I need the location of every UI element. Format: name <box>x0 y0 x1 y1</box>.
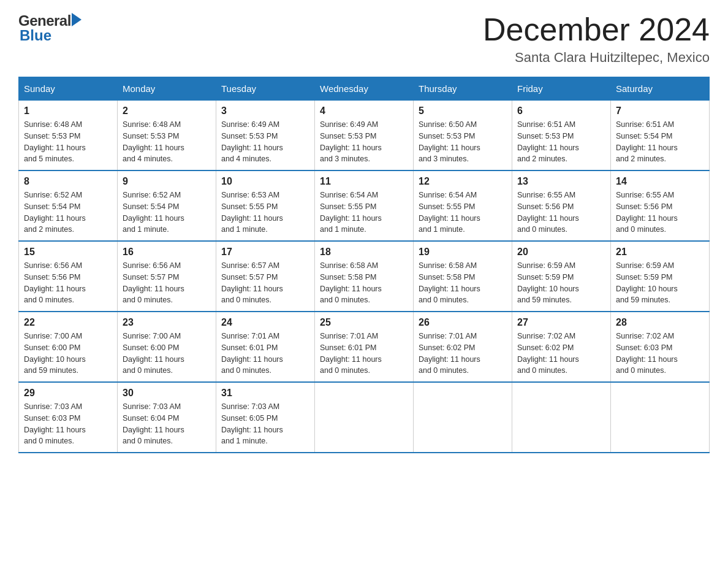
day-header-saturday: Saturday <box>611 77 710 101</box>
subtitle: Santa Clara Huitziltepec, Mexico <box>483 50 710 66</box>
day-info: Sunrise: 6:59 AMSunset: 5:59 PMDaylight:… <box>517 260 605 306</box>
day-info: Sunrise: 7:01 AMSunset: 6:02 PMDaylight:… <box>419 331 507 377</box>
day-number: 8 <box>24 176 112 187</box>
day-info: Sunrise: 7:00 AMSunset: 6:00 PMDaylight:… <box>24 331 112 377</box>
day-cell: 24Sunrise: 7:01 AMSunset: 6:01 PMDayligh… <box>216 312 315 382</box>
day-number: 19 <box>419 247 507 258</box>
day-number: 25 <box>320 317 408 328</box>
day-number: 27 <box>517 317 605 328</box>
day-info: Sunrise: 7:03 AMSunset: 6:04 PMDaylight:… <box>123 401 211 447</box>
day-info: Sunrise: 6:55 AMSunset: 5:56 PMDaylight:… <box>517 190 605 236</box>
day-cell: 8Sunrise: 6:52 AMSunset: 5:54 PMDaylight… <box>19 170 118 241</box>
day-header-thursday: Thursday <box>414 77 512 101</box>
day-info: Sunrise: 6:52 AMSunset: 5:54 PMDaylight:… <box>123 190 211 236</box>
page-title: December 2024 <box>483 12 710 47</box>
day-cell: 14Sunrise: 6:55 AMSunset: 5:56 PMDayligh… <box>611 170 710 241</box>
day-cell: 20Sunrise: 6:59 AMSunset: 5:59 PMDayligh… <box>512 241 611 312</box>
header-row: SundayMondayTuesdayWednesdayThursdayFrid… <box>19 77 710 101</box>
day-info: Sunrise: 7:01 AMSunset: 6:01 PMDaylight:… <box>320 331 408 377</box>
day-cell <box>414 382 512 453</box>
day-info: Sunrise: 6:53 AMSunset: 5:55 PMDaylight:… <box>221 190 309 236</box>
calendar-table: SundayMondayTuesdayWednesdayThursdayFrid… <box>18 77 710 453</box>
day-number: 12 <box>419 176 507 187</box>
day-number: 1 <box>24 105 112 117</box>
day-cell: 2Sunrise: 6:48 AMSunset: 5:53 PMDaylight… <box>118 101 216 171</box>
day-info: Sunrise: 7:02 AMSunset: 6:03 PMDaylight:… <box>616 331 704 377</box>
day-number: 28 <box>616 317 704 328</box>
day-cell: 17Sunrise: 6:57 AMSunset: 5:57 PMDayligh… <box>216 241 315 312</box>
day-cell: 5Sunrise: 6:50 AMSunset: 5:53 PMDaylight… <box>414 101 512 171</box>
day-cell: 19Sunrise: 6:58 AMSunset: 5:58 PMDayligh… <box>414 241 512 312</box>
day-number: 7 <box>616 105 704 117</box>
day-info: Sunrise: 6:52 AMSunset: 5:54 PMDaylight:… <box>24 190 112 236</box>
day-cell: 21Sunrise: 6:59 AMSunset: 5:59 PMDayligh… <box>611 241 710 312</box>
day-number: 21 <box>616 247 704 258</box>
day-cell: 4Sunrise: 6:49 AMSunset: 5:53 PMDaylight… <box>315 101 414 171</box>
day-cell: 26Sunrise: 7:01 AMSunset: 6:02 PMDayligh… <box>414 312 512 382</box>
day-info: Sunrise: 6:50 AMSunset: 5:53 PMDaylight:… <box>419 119 507 165</box>
day-cell: 12Sunrise: 6:54 AMSunset: 5:55 PMDayligh… <box>414 170 512 241</box>
day-info: Sunrise: 6:56 AMSunset: 5:56 PMDaylight:… <box>24 260 112 306</box>
day-cell: 31Sunrise: 7:03 AMSunset: 6:05 PMDayligh… <box>216 382 315 453</box>
logo: General Blue <box>18 12 82 44</box>
day-number: 16 <box>123 247 211 258</box>
day-info: Sunrise: 6:58 AMSunset: 5:58 PMDaylight:… <box>320 260 408 306</box>
week-row-4: 22Sunrise: 7:00 AMSunset: 6:00 PMDayligh… <box>19 312 710 382</box>
day-info: Sunrise: 6:54 AMSunset: 5:55 PMDaylight:… <box>320 190 408 236</box>
week-row-5: 29Sunrise: 7:03 AMSunset: 6:03 PMDayligh… <box>19 382 710 453</box>
day-number: 29 <box>24 388 112 399</box>
day-number: 4 <box>320 105 408 117</box>
day-info: Sunrise: 7:02 AMSunset: 6:02 PMDaylight:… <box>517 331 605 377</box>
day-cell: 28Sunrise: 7:02 AMSunset: 6:03 PMDayligh… <box>611 312 710 382</box>
week-row-1: 1Sunrise: 6:48 AMSunset: 5:53 PMDaylight… <box>19 101 710 171</box>
day-cell: 9Sunrise: 6:52 AMSunset: 5:54 PMDaylight… <box>118 170 216 241</box>
day-number: 26 <box>419 317 507 328</box>
day-cell: 23Sunrise: 7:00 AMSunset: 6:00 PMDayligh… <box>118 312 216 382</box>
day-cell: 22Sunrise: 7:00 AMSunset: 6:00 PMDayligh… <box>19 312 118 382</box>
day-header-sunday: Sunday <box>19 77 118 101</box>
day-number: 9 <box>123 176 211 187</box>
day-info: Sunrise: 7:03 AMSunset: 6:03 PMDaylight:… <box>24 401 112 447</box>
day-cell: 30Sunrise: 7:03 AMSunset: 6:04 PMDayligh… <box>118 382 216 453</box>
day-number: 17 <box>221 247 309 258</box>
week-row-2: 8Sunrise: 6:52 AMSunset: 5:54 PMDaylight… <box>19 170 710 241</box>
day-header-friday: Friday <box>512 77 611 101</box>
day-number: 11 <box>320 176 408 187</box>
day-cell: 13Sunrise: 6:55 AMSunset: 5:56 PMDayligh… <box>512 170 611 241</box>
day-info: Sunrise: 6:49 AMSunset: 5:53 PMDaylight:… <box>320 119 408 165</box>
day-info: Sunrise: 6:48 AMSunset: 5:53 PMDaylight:… <box>123 119 211 165</box>
day-info: Sunrise: 7:01 AMSunset: 6:01 PMDaylight:… <box>221 331 309 377</box>
day-cell: 7Sunrise: 6:51 AMSunset: 5:54 PMDaylight… <box>611 101 710 171</box>
day-number: 20 <box>517 247 605 258</box>
day-cell: 25Sunrise: 7:01 AMSunset: 6:01 PMDayligh… <box>315 312 414 382</box>
logo-blue-text: Blue <box>20 27 51 44</box>
title-area: December 2024 Santa Clara Huitziltepec, … <box>483 12 710 66</box>
day-info: Sunrise: 6:59 AMSunset: 5:59 PMDaylight:… <box>616 260 704 306</box>
day-info: Sunrise: 6:58 AMSunset: 5:58 PMDaylight:… <box>419 260 507 306</box>
day-cell: 11Sunrise: 6:54 AMSunset: 5:55 PMDayligh… <box>315 170 414 241</box>
day-cell: 29Sunrise: 7:03 AMSunset: 6:03 PMDayligh… <box>19 382 118 453</box>
day-cell <box>512 382 611 453</box>
day-number: 30 <box>123 388 211 399</box>
day-number: 3 <box>221 105 309 117</box>
day-number: 18 <box>320 247 408 258</box>
day-header-wednesday: Wednesday <box>315 77 414 101</box>
day-cell <box>611 382 710 453</box>
day-info: Sunrise: 7:03 AMSunset: 6:05 PMDaylight:… <box>221 401 309 447</box>
day-number: 5 <box>419 105 507 117</box>
day-cell: 10Sunrise: 6:53 AMSunset: 5:55 PMDayligh… <box>216 170 315 241</box>
day-info: Sunrise: 6:51 AMSunset: 5:54 PMDaylight:… <box>616 119 704 165</box>
day-info: Sunrise: 6:54 AMSunset: 5:55 PMDaylight:… <box>419 190 507 236</box>
day-cell: 1Sunrise: 6:48 AMSunset: 5:53 PMDaylight… <box>19 101 118 171</box>
day-cell: 18Sunrise: 6:58 AMSunset: 5:58 PMDayligh… <box>315 241 414 312</box>
day-number: 15 <box>24 247 112 258</box>
day-info: Sunrise: 6:55 AMSunset: 5:56 PMDaylight:… <box>616 190 704 236</box>
day-cell: 27Sunrise: 7:02 AMSunset: 6:02 PMDayligh… <box>512 312 611 382</box>
day-info: Sunrise: 6:48 AMSunset: 5:53 PMDaylight:… <box>24 119 112 165</box>
day-cell: 6Sunrise: 6:51 AMSunset: 5:53 PMDaylight… <box>512 101 611 171</box>
header: General Blue December 2024 Santa Clara H… <box>18 12 710 66</box>
day-number: 13 <box>517 176 605 187</box>
day-number: 2 <box>123 105 211 117</box>
day-number: 22 <box>24 317 112 328</box>
day-number: 31 <box>221 388 309 399</box>
